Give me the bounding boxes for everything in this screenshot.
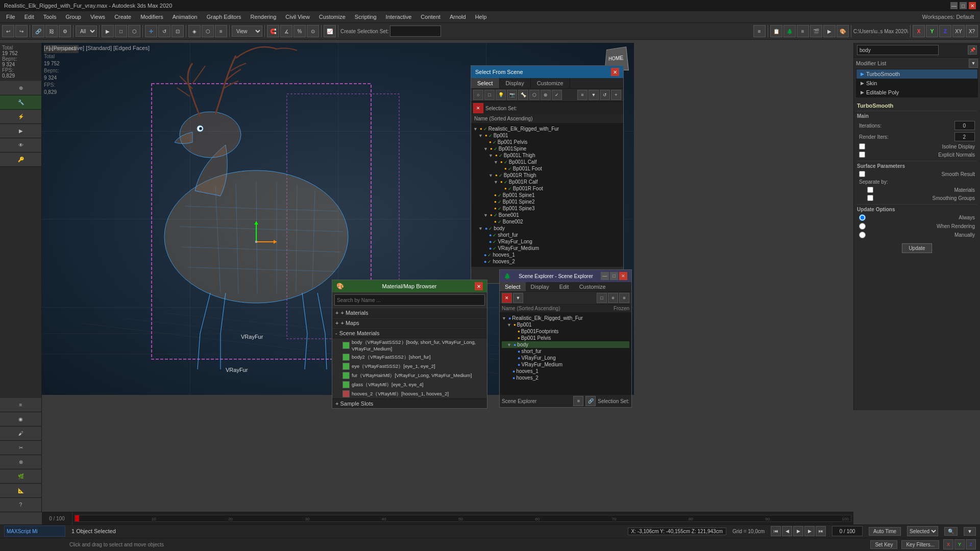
tree-item-root[interactable]: ▼ ● ✓ Realistic_Elk_Rigged_with_Fur bbox=[473, 126, 621, 132]
view-dropdown[interactable]: View bbox=[232, 26, 262, 37]
se-minimize[interactable]: — bbox=[601, 272, 609, 280]
bind-button[interactable]: ⚙ bbox=[59, 25, 71, 37]
lp-hierarchy[interactable]: ⚡ bbox=[0, 110, 41, 124]
dtb-refresh[interactable]: ↺ bbox=[600, 90, 610, 100]
isoline-checkbox[interactable] bbox=[859, 143, 865, 149]
menu-help[interactable]: Help bbox=[471, 13, 491, 21]
lp-motion[interactable]: ▶ bbox=[0, 124, 41, 138]
dialog-tab-customize[interactable]: Customize bbox=[531, 78, 570, 88]
iterations-input[interactable] bbox=[954, 121, 975, 130]
select-object-button[interactable]: ▶ bbox=[102, 25, 114, 37]
lock-y[interactable]: Y bbox=[954, 539, 965, 549]
dialog-close-button[interactable]: ✕ bbox=[611, 68, 619, 76]
mb-section-materials[interactable]: + + Materials bbox=[332, 308, 487, 318]
tree-item-bp001-pelvis[interactable]: ▶ ● ✓ Bp001 Pelvis bbox=[473, 139, 621, 145]
material-browser-search[interactable] bbox=[334, 294, 485, 306]
tree-item-bp001l-calf[interactable]: ▼ ● ✓ Bp001L Calf bbox=[473, 159, 621, 165]
xy-btn[interactable]: XY bbox=[952, 25, 965, 37]
se-tab-display[interactable]: Display bbox=[526, 282, 554, 291]
mb-footer[interactable]: + Sample Slots bbox=[332, 398, 487, 408]
set-key-button[interactable]: Set Key bbox=[870, 540, 897, 549]
play-btn[interactable]: ▶ bbox=[793, 526, 803, 536]
reference-button[interactable]: ◈ bbox=[188, 25, 201, 37]
materials-checkbox[interactable] bbox=[867, 187, 873, 193]
scene-tree[interactable]: ▼ ● ✓ Realistic_Elk_Rigged_with_Fur ▼ ● … bbox=[471, 123, 623, 266]
se-close[interactable]: ✕ bbox=[619, 272, 627, 280]
snap-toggle[interactable]: 🧲 bbox=[267, 25, 279, 37]
dtb-expand[interactable]: + bbox=[611, 90, 621, 100]
when-rendering-radio[interactable] bbox=[859, 223, 866, 230]
lp-bottom-7[interactable]: 📐 bbox=[0, 484, 41, 498]
se-hierarchy-btn[interactable]: 🔗 bbox=[585, 396, 596, 406]
dtb-filter[interactable]: ▼ bbox=[589, 90, 599, 100]
tree-item-body[interactable]: ▼ ● ✓ body bbox=[473, 225, 621, 232]
scene-explorer-tree[interactable]: ▼ ● Realistic_Elk_Rigged_with_Fur ▼ ● Bp… bbox=[500, 313, 631, 394]
dtb-bone[interactable]: 🦴 bbox=[518, 90, 528, 100]
prev-frame[interactable]: ◀ bbox=[782, 526, 792, 536]
dtb-sort[interactable]: ≡ bbox=[577, 90, 587, 100]
lp-bottom-5[interactable]: ⊗ bbox=[0, 455, 41, 469]
menu-modifiers[interactable]: Modifiers bbox=[136, 13, 167, 21]
mb-material-fur[interactable]: fur（VRayHairMtl）[VRayFur_Long, VRayFur_M… bbox=[332, 371, 487, 380]
lp-bottom-1[interactable]: ≡ bbox=[0, 398, 41, 412]
tree-item-bp001-spine2[interactable]: ▶ ● ✓ Bp001 Spine2 bbox=[473, 198, 621, 205]
menu-edit[interactable]: Edit bbox=[20, 13, 38, 21]
lp-bottom-3[interactable]: 🖌 bbox=[0, 427, 41, 441]
menu-civil-view[interactable]: Civil View bbox=[281, 13, 313, 21]
tree-item-bp001[interactable]: ▼ ● ✓ Bp001 bbox=[473, 132, 621, 139]
lock-x[interactable]: X bbox=[943, 539, 953, 549]
lp-create[interactable]: ⊕ bbox=[0, 81, 41, 95]
menu-animation[interactable]: Animation bbox=[168, 13, 202, 21]
lp-modify[interactable]: 🔧 bbox=[0, 95, 41, 110]
menu-arnold[interactable]: Arnold bbox=[446, 13, 470, 21]
mb-material-glass[interactable]: glass（VRayMtl）[eye_3, eye_4] bbox=[332, 380, 487, 389]
scale-button[interactable]: ⊡ bbox=[172, 25, 184, 37]
xz-btn[interactable]: X? bbox=[966, 25, 978, 37]
menu-tools[interactable]: Tools bbox=[39, 13, 61, 21]
dtb-sphere[interactable]: ○ bbox=[473, 90, 483, 100]
maximize-button[interactable]: □ bbox=[960, 2, 967, 9]
select-mode-dropdown[interactable]: All bbox=[76, 26, 97, 37]
select-region-button[interactable]: □ bbox=[115, 25, 127, 37]
ribbon-toggle[interactable]: ≡ bbox=[797, 25, 809, 37]
tree-item-bp001l-thigh[interactable]: ▼ ● ✓ Bp001L Thigh bbox=[473, 152, 621, 159]
unlink-button[interactable]: ⛓ bbox=[45, 25, 58, 37]
frame-input[interactable]: 0 / 100 bbox=[832, 526, 863, 536]
material-browser-close[interactable]: ✕ bbox=[475, 282, 483, 290]
tree-item-vrayfur-long[interactable]: ▶ ● ✓ VRayFur_Long bbox=[473, 238, 621, 245]
render-frame[interactable]: ▶ bbox=[823, 25, 836, 37]
se-item-vrayfur-medium[interactable]: ▶ ● VRayFur_Medium bbox=[502, 361, 629, 368]
move-button[interactable]: ✛ bbox=[145, 25, 157, 37]
smoothing-groups-checkbox[interactable] bbox=[867, 195, 873, 201]
se-item-hooves1[interactable]: ▶ ● hooves_1 bbox=[502, 368, 629, 374]
dtb-cam[interactable]: 📷 bbox=[507, 90, 517, 100]
dtb-helper[interactable]: ⬡ bbox=[529, 90, 540, 100]
timeline-track[interactable]: 0 10 20 30 40 50 60 70 80 90 100 bbox=[75, 515, 851, 522]
xyz-x[interactable]: X bbox=[913, 25, 925, 37]
render-setup[interactable]: 🎬 bbox=[810, 25, 822, 37]
dtb-box[interactable]: □ bbox=[484, 90, 495, 100]
selection-clear[interactable]: ✕ bbox=[473, 103, 483, 113]
tree-item-short-fur[interactable]: ▶ ● ✓ short_fur bbox=[473, 232, 621, 238]
curve-editor[interactable]: 📈 bbox=[324, 25, 336, 37]
mb-section-scene-materials[interactable]: - Scene Materials bbox=[332, 328, 487, 338]
modifier-list-dropdown[interactable]: ▼ bbox=[969, 59, 978, 68]
se-tb-list[interactable]: ≡ bbox=[608, 293, 618, 303]
tree-item-bone001[interactable]: ▼ ● ✓ Bone001 bbox=[473, 212, 621, 218]
percent-snap[interactable]: % bbox=[293, 25, 306, 37]
modifier-search-input[interactable] bbox=[857, 45, 939, 55]
create-selection-input[interactable] bbox=[390, 26, 441, 37]
key-mode-toggle[interactable]: ⏮ bbox=[771, 526, 781, 536]
material-editor[interactable]: 🎨 bbox=[837, 25, 849, 37]
modifier-turbosmoothSmooth[interactable]: ▶ TurboSmooth bbox=[856, 69, 977, 79]
render-iters-input[interactable] bbox=[954, 132, 975, 141]
filter-button[interactable]: ▼ bbox=[964, 527, 976, 536]
menu-file[interactable]: File bbox=[2, 13, 19, 21]
tree-item-bp001r-calf[interactable]: ▼ ● ✓ Bp001R Calf bbox=[473, 179, 621, 185]
se-item-root[interactable]: ▼ ● Realistic_Elk_Rigged_with_Fur bbox=[502, 315, 629, 321]
menu-scripting[interactable]: Scripting bbox=[351, 13, 381, 21]
selected-dropdown[interactable]: Selected bbox=[907, 526, 938, 536]
menu-graph-editors[interactable]: Graph Editors bbox=[203, 13, 246, 21]
lp-bottom-6[interactable]: 🌿 bbox=[0, 469, 41, 484]
update-button[interactable]: Update bbox=[902, 243, 932, 253]
